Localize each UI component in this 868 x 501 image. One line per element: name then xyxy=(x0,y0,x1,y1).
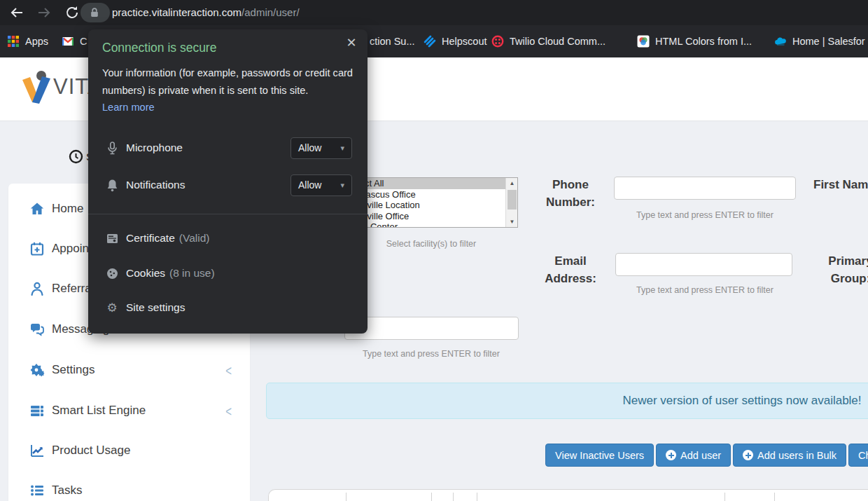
phone-number-label: Phone Number: xyxy=(536,176,605,211)
apps-grid-icon xyxy=(7,35,20,48)
address-bar[interactable]: practice.vitalinteraction.com/admin/user… xyxy=(112,0,300,25)
chevron-left-icon: < xyxy=(225,362,232,378)
bookmark-salesforce[interactable]: Home | Salesfor xyxy=(774,25,865,57)
facility-multiselect[interactable]: Select All Damascus Office Rockville Loc… xyxy=(343,177,518,228)
cookies-row[interactable]: Cookies (8 in use) xyxy=(88,261,368,285)
facility-helper: Select facility(s) to filter xyxy=(344,239,518,249)
connection-secure-panel: ✕ Connection is secure Your information … xyxy=(88,29,368,334)
facility-option[interactable]: Rockville Location xyxy=(344,200,517,211)
list-icon xyxy=(28,483,46,498)
email-address-label: Email Address: xyxy=(536,252,605,287)
url-host: practice.vitalinteraction.com xyxy=(112,6,241,18)
certificate-icon xyxy=(105,233,119,245)
facility-option-select-all[interactable]: Select All xyxy=(344,178,517,189)
facility-option[interactable]: Nose Center xyxy=(344,221,517,228)
forward-icon[interactable] xyxy=(36,5,52,20)
bookmark-helpscout[interactable]: Helpscout xyxy=(424,25,486,57)
plus-circle-icon xyxy=(743,450,753,460)
primary-group-label: Primary Group: xyxy=(816,252,868,287)
gear-icon: ⚙ xyxy=(105,302,119,314)
microphone-allow-select[interactable]: Allow ▾ xyxy=(290,137,352,159)
info-alert: Newer version of user settings now avail… xyxy=(266,383,868,419)
sidebar-item-settings[interactable]: Settings < xyxy=(8,359,250,380)
gmail-icon xyxy=(62,35,74,48)
scroll-down-icon[interactable]: ▼ xyxy=(506,217,518,227)
back-icon[interactable] xyxy=(9,5,24,20)
panel-title: Connection is secure xyxy=(102,41,216,55)
sidebar-item-smart-list-engine[interactable]: Smart List Engine < xyxy=(8,400,250,421)
facility-option[interactable]: Damascus Office xyxy=(344,189,517,200)
third-filter-input[interactable] xyxy=(344,317,519,340)
lock-icon[interactable] xyxy=(89,7,100,18)
screen: VITAL S Home Appointments xyxy=(0,0,868,501)
permission-row-microphone: Microphone Allow ▾ xyxy=(88,136,368,160)
microphone-icon xyxy=(105,142,119,155)
first-name-label: First Name: xyxy=(813,176,868,193)
cookie-icon xyxy=(105,268,119,280)
stacked-bars-icon xyxy=(28,403,46,418)
chat-bubbles-icon xyxy=(28,322,46,337)
person-icon xyxy=(28,281,46,296)
color-wheel-icon xyxy=(637,35,650,48)
action-buttons: View Inactive Users Add user Add users i… xyxy=(545,444,868,467)
truncated-button[interactable]: Cha xyxy=(848,444,868,467)
chevron-down-icon: ▾ xyxy=(340,181,344,190)
chevron-down-icon: ▾ xyxy=(340,144,344,153)
permission-row-notifications: Notifications Allow ▾ xyxy=(88,173,368,197)
facility-option[interactable]: Rockville Office xyxy=(344,211,517,222)
chevron-left-icon: < xyxy=(225,403,232,418)
sidebar-item-product-usage[interactable]: Product Usage xyxy=(8,440,250,461)
url-path: /admin/user/ xyxy=(241,6,300,18)
email-address-input[interactable] xyxy=(615,253,792,276)
twilio-icon xyxy=(491,35,504,48)
helpscout-icon xyxy=(424,35,436,48)
plus-circle-icon xyxy=(666,450,676,460)
panel-body-text: Your information (for example, passwords… xyxy=(102,64,354,99)
home-icon xyxy=(28,201,46,217)
bookmark-twilio[interactable]: Twilio Cloud Comm... xyxy=(491,25,606,57)
panel-separator xyxy=(88,214,368,214)
certificate-row[interactable]: Certificate (Valid) xyxy=(88,226,368,250)
bell-icon xyxy=(105,179,119,192)
add-user-button[interactable]: Add user xyxy=(656,444,731,467)
refresh-icon[interactable] xyxy=(64,5,80,20)
scrollbar-thumb[interactable] xyxy=(507,190,517,210)
alert-text: Newer version of user settings now avail… xyxy=(622,394,861,408)
third-filter-helper: Type text and press ENTER to filter xyxy=(344,349,518,359)
browser-toolbar: practice.vitalinteraction.com/admin/user… xyxy=(0,0,868,25)
learn-more-link[interactable]: Learn more xyxy=(102,102,155,113)
vital-logo-icon xyxy=(18,69,55,108)
email-helper: Type text and press ENTER to filter xyxy=(614,285,796,295)
clock-icon xyxy=(69,149,83,164)
close-icon[interactable]: ✕ xyxy=(345,36,358,49)
sidebar-item-tasks[interactable]: Tasks xyxy=(8,480,250,501)
calendar-plus-icon xyxy=(28,241,46,256)
listbox-scrollbar[interactable]: ▲ ▼ xyxy=(505,178,517,227)
bookmark-html-colors[interactable]: HTML Colors from I... xyxy=(637,25,752,57)
bookmark-truncated[interactable]: ction Su... xyxy=(370,25,414,57)
chart-line-icon xyxy=(28,443,46,458)
scroll-up-icon[interactable]: ▲ xyxy=(506,178,518,188)
phone-helper: Type text and press ENTER to filter xyxy=(614,210,796,220)
gears-icon xyxy=(28,362,46,378)
site-settings-row[interactable]: ⚙ Site settings xyxy=(88,296,368,320)
notifications-allow-select[interactable]: Allow ▾ xyxy=(290,174,352,196)
salesforce-cloud-icon xyxy=(774,35,787,48)
view-inactive-users-button[interactable]: View Inactive Users xyxy=(545,444,654,467)
bookmark-apps[interactable]: Apps xyxy=(7,25,48,57)
users-table-top xyxy=(268,489,868,501)
phone-number-input[interactable] xyxy=(614,177,796,200)
add-users-in-bulk-button[interactable]: Add users in Bulk xyxy=(733,444,846,467)
bookmark-gmail[interactable]: C xyxy=(62,25,87,57)
